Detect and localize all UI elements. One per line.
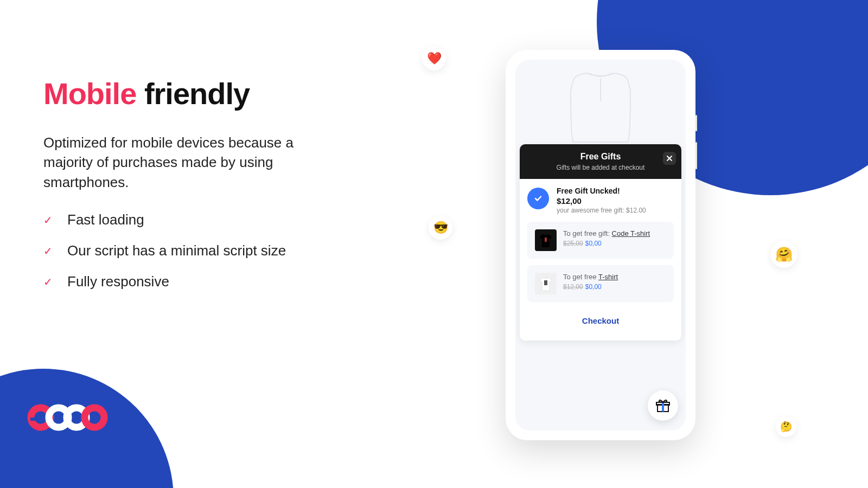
- gift-link[interactable]: Code T-shirt: [612, 229, 650, 237]
- modal-title: Free Gifts: [526, 152, 675, 162]
- gift-image: [535, 273, 557, 294]
- free-gifts-modal: Free Gifts Gifts will be added at checko…: [520, 144, 681, 341]
- gift-price: $12,00$0,00: [563, 283, 618, 291]
- svg-rect-4: [30, 418, 38, 421]
- gift-item[interactable]: To get free T-shirt $12,00$0,00: [527, 265, 674, 302]
- modal-body: Free Gift Uncked! $12,00 your awesome fr…: [520, 179, 681, 341]
- svg-rect-6: [545, 237, 547, 242]
- think-emoji-icon: 🤔: [776, 416, 796, 437]
- gift-text-wrap: To get free T-shirt $12,00$0,00: [563, 273, 618, 294]
- shirt-outline-icon: [546, 69, 655, 145]
- headline-rest: friendly: [136, 76, 250, 111]
- gift-image: [535, 229, 557, 251]
- headline-accent: Mobile: [43, 76, 136, 111]
- headline: Mobile friendly: [43, 76, 336, 111]
- subtext: Optimized for mobile devices because a m…: [43, 133, 336, 192]
- svg-rect-10: [662, 402, 664, 412]
- gift-icon: [655, 398, 671, 413]
- check-circle-icon: [527, 188, 549, 209]
- close-icon: [666, 155, 673, 162]
- gift-item[interactable]: To get free gift: Code T-shirt $25,00$0,…: [527, 222, 674, 259]
- heart-emoji-icon: ❤️: [422, 47, 446, 70]
- bullet-item: ✓Our script has a minimal script size: [43, 242, 336, 259]
- gift-fab-button[interactable]: [648, 390, 678, 421]
- gift-price: $25,00$0,00: [563, 240, 650, 247]
- gift-text-wrap: To get free gift: Code T-shirt $25,00$0,…: [563, 229, 650, 251]
- gift-text: To get free T-shirt: [563, 273, 618, 281]
- gift-text: To get free gift: Code T-shirt: [563, 229, 650, 237]
- product-hero: [520, 64, 681, 150]
- cool-emoji-icon: 😎: [429, 216, 452, 240]
- logo: [27, 404, 108, 431]
- content-area: Mobile friendly Optimized for mobile dev…: [43, 76, 336, 304]
- phone-side-button: [695, 142, 697, 169]
- check-icon: ✓: [43, 275, 54, 288]
- unlock-text: Free Gift Uncked! $12,00 your awesome fr…: [557, 187, 646, 214]
- close-button[interactable]: [663, 152, 676, 165]
- hug-emoji-icon: 🤗: [770, 241, 797, 268]
- checkout-button[interactable]: Checkout: [527, 309, 674, 333]
- check-icon: ✓: [43, 245, 54, 258]
- phone-mockup: Free Gifts Gifts will be added at checko…: [506, 50, 695, 440]
- unlock-title: Free Gift Uncked!: [557, 187, 646, 195]
- good-logo-icon: [27, 404, 108, 431]
- check-icon: ✓: [43, 214, 54, 227]
- gift-link[interactable]: T-shirt: [598, 273, 618, 281]
- bullet-item: ✓Fully responsive: [43, 273, 336, 290]
- svg-point-3: [85, 408, 104, 427]
- phone-screen: Free Gifts Gifts will be added at checko…: [515, 60, 686, 431]
- phone-side-button: [695, 115, 697, 131]
- bullet-list: ✓Fast loading ✓Our script has a minimal …: [43, 211, 336, 290]
- svg-rect-7: [544, 280, 547, 285]
- modal-header: Free Gifts Gifts will be added at checko…: [520, 144, 681, 179]
- unlock-desc: your awesome free gift: $12.00: [557, 207, 646, 214]
- modal-subtitle: Gifts will be added at checkout: [526, 164, 675, 171]
- unlock-row: Free Gift Uncked! $12,00 your awesome fr…: [527, 187, 674, 214]
- unlock-price: $12,00: [557, 196, 646, 206]
- bullet-item: ✓Fast loading: [43, 211, 336, 228]
